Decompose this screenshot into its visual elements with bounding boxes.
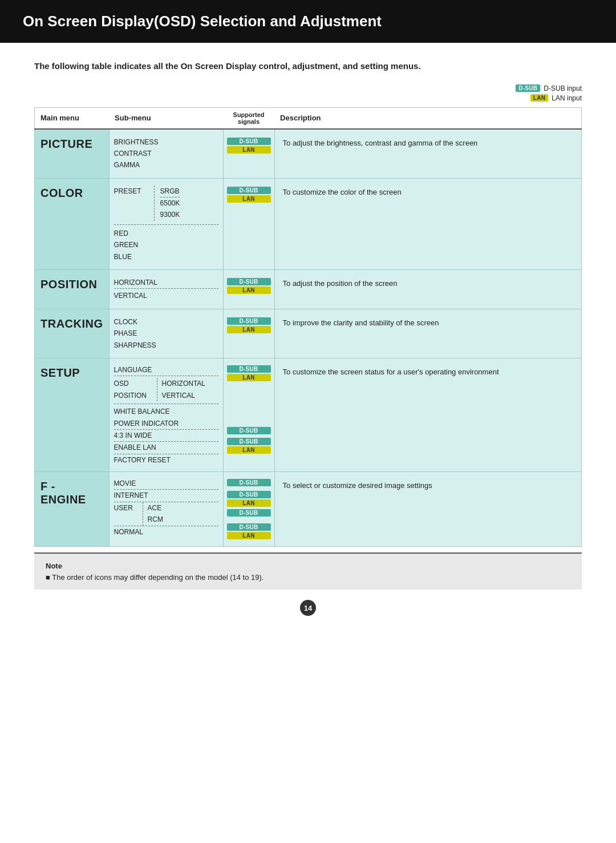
row-color: COLOR PRESET sRGB 6500K 9300K REDGREENBL… (35, 178, 582, 269)
lan-badge-tracking: LAN (227, 326, 271, 333)
sub-tracking: CLOCKPHASESHARPNESS (109, 309, 223, 358)
col-main-menu: Main menu (35, 107, 110, 129)
desc-fengine: To select or customize desired image set… (274, 472, 581, 547)
page: On Screen Display(OSD) Selection and Adj… (0, 0, 616, 843)
lan-badge-position: LAN (227, 287, 271, 294)
desc-picture: To adjust the brightness, contrast and g… (274, 129, 581, 179)
signal-setup: D-SUB LAN D-SUB D-SUB LAN (223, 358, 274, 471)
signal-color: D-SUB LAN (223, 178, 274, 269)
lan-badge-setup1: LAN (227, 374, 271, 381)
dsub-badge-fengine-normal: D-SUB (227, 523, 271, 531)
page-title: On Screen Display(OSD) Selection and Adj… (0, 0, 616, 43)
sub-setup: LANGUAGE OSDPOSITION HORIZONTALVERTICAL … (109, 358, 223, 471)
main-tracking: TRACKING (35, 309, 110, 358)
lan-label: LAN input (552, 94, 582, 102)
lan-badge-picture: LAN (227, 146, 271, 154)
desc-position: To adjust the position of the screen (274, 270, 581, 309)
note-text: ■ The order of icons may differ dependin… (46, 573, 570, 582)
col-sub-menu: Sub-menu (109, 107, 223, 129)
note-title: Note (46, 562, 570, 570)
desc-color: To customize the color of the screen (274, 178, 581, 269)
dsub-badge-setup-enablelan: D-SUB (227, 427, 271, 434)
page-number: 14 (300, 600, 316, 616)
sub-fengine: MOVIE INTERNET USER ACERCM NORMAL (109, 472, 223, 547)
dsub-badge-setup1: D-SUB (227, 365, 271, 373)
desc-setup: To customize the screen status for a use… (274, 358, 581, 471)
dsub-badge-position: D-SUB (227, 278, 271, 285)
osd-table: Main menu Sub-menu Supported signals Des… (34, 107, 582, 547)
col-description: Description (274, 107, 581, 129)
sub-position: HORIZONTAL VERTICAL (109, 270, 223, 309)
lan-badge-fengine-normal: LAN (227, 532, 271, 539)
dsub-badge-fengine-user: D-SUB (227, 509, 271, 517)
dsub-badge-tracking: D-SUB (227, 317, 271, 325)
main-fengine: F - ENGINE (35, 472, 110, 547)
row-picture: PICTURE BRIGHTNESSCONTRASTGAMMA D-SUB LA… (35, 129, 582, 179)
row-position: POSITION HORIZONTAL VERTICAL D-SUB LAN T… (35, 270, 582, 309)
page-number-container: 14 (34, 600, 582, 616)
dsub-badge-color: D-SUB (227, 187, 271, 194)
title-text: On Screen Display(OSD) Selection and Adj… (23, 13, 382, 30)
dsub-badge-fengine-internet: D-SUB (227, 491, 271, 498)
signal-tracking: D-SUB LAN (223, 309, 274, 358)
signal-position: D-SUB LAN (223, 270, 274, 309)
sub-picture: BRIGHTNESSCONTRASTGAMMA (109, 129, 223, 179)
main-position: POSITION (35, 270, 110, 309)
signal-fengine: D-SUB D-SUB LAN D-SUB D-SUB LAN (223, 472, 274, 547)
desc-tracking: To improve the clarity and stability of … (274, 309, 581, 358)
legend-dsub: D-SUB D-SUB input (516, 84, 582, 92)
lan-badge-setup-factory: LAN (227, 446, 271, 454)
dsub-badge-setup-factory: D-SUB (227, 438, 271, 445)
signal-picture: D-SUB LAN (223, 129, 274, 179)
dsub-label: D-SUB input (544, 84, 582, 92)
lan-badge-color: LAN (227, 195, 271, 203)
sub-color: PRESET sRGB 6500K 9300K REDGREENBLUE (109, 178, 223, 269)
row-fengine: F - ENGINE MOVIE INTERNET USER ACERCM NO… (35, 472, 582, 547)
main-color: COLOR (35, 178, 110, 269)
main-content: The following table indicates all the On… (0, 60, 616, 641)
note-section: Note ■ The order of icons may differ dep… (34, 552, 582, 590)
col-signals: Supported signals (223, 107, 274, 129)
row-tracking: TRACKING CLOCKPHASESHARPNESS D-SUB LAN T… (35, 309, 582, 358)
dsub-badge-fengine-movie: D-SUB (227, 479, 271, 486)
legend-lan: LAN LAN input (530, 94, 582, 102)
lan-badge: LAN (530, 94, 548, 102)
row-setup: SETUP LANGUAGE OSDPOSITION HORIZONTALVER… (35, 358, 582, 471)
dsub-badge: D-SUB (516, 84, 540, 92)
main-picture: PICTURE (35, 129, 110, 179)
intro-text: The following table indicates all the On… (34, 60, 582, 73)
lan-badge-fengine-internet: LAN (227, 499, 271, 507)
legend: D-SUB D-SUB input LAN LAN input (34, 84, 582, 104)
main-setup: SETUP (35, 358, 110, 471)
dsub-badge-picture: D-SUB (227, 138, 271, 145)
